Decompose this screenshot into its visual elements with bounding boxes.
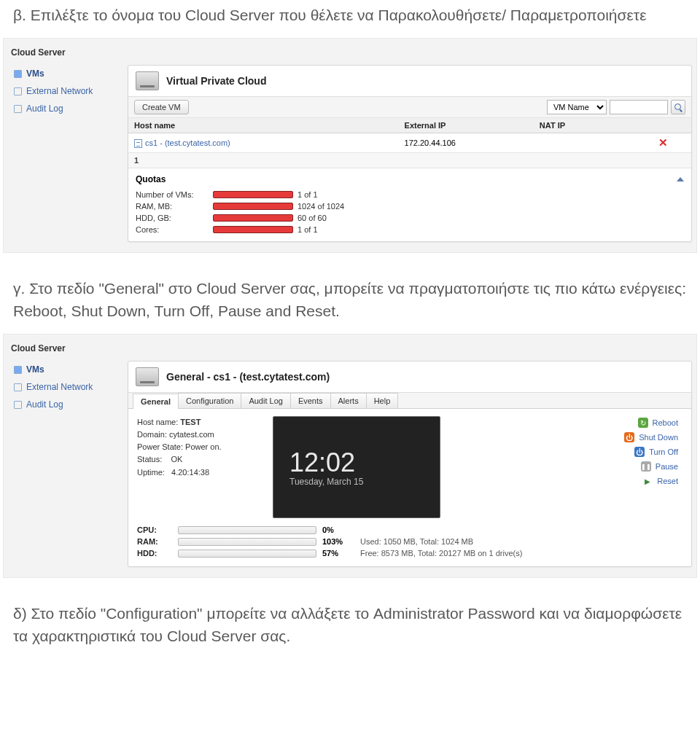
- breadcrumb[interactable]: Cloud Server: [4, 340, 696, 361]
- tab-bar: General Configuration Audit Log Events A…: [128, 392, 691, 409]
- info-status: OK: [171, 455, 182, 464]
- tab-configuration[interactable]: Configuration: [178, 393, 241, 408]
- quota-label: Cores:: [136, 225, 209, 234]
- panel-general: Cloud Server VMs External Network Audit …: [3, 334, 697, 578]
- card-title: General - cs1 - (test.cytatest.com): [166, 371, 330, 383]
- sidebar-item-label: VMs: [26, 69, 44, 79]
- col-hostname[interactable]: Host name: [128, 118, 399, 133]
- table-row: cs1 - (test.cytatest.com) 172.20.44.106 …: [128, 133, 691, 153]
- quota-text: 1 of 1: [298, 225, 318, 234]
- tab-alerts[interactable]: Alerts: [330, 393, 367, 408]
- sidebar-item-vms[interactable]: VMs: [14, 361, 128, 378]
- panel-vpc: Cloud Server VMs External Network Audit …: [3, 38, 697, 253]
- tab-events[interactable]: Events: [290, 393, 331, 408]
- sidebar-item-external-network[interactable]: External Network: [14, 378, 128, 396]
- tab-audit-log[interactable]: Audit Log: [241, 393, 290, 408]
- pause-icon: ❚❚: [641, 461, 651, 472]
- quota-text: 1024 of 1024: [298, 202, 344, 211]
- box-icon: [14, 366, 22, 374]
- sidebar-item-audit-log[interactable]: Audit Log: [14, 396, 128, 413]
- cell-nat-ip: [534, 133, 635, 153]
- stat-hdd-label: HDD:: [137, 549, 172, 558]
- reset-button[interactable]: ▶Reset: [642, 474, 678, 488]
- vm-table: Host name External IP NAT IP cs1 - (test…: [128, 117, 691, 168]
- stat-ram-pct: 103%: [322, 537, 354, 546]
- doc-paragraph-c: γ. Στο πεδίο "General" στο Cloud Server …: [0, 253, 700, 334]
- vm-icon: [134, 139, 142, 148]
- quota-bar: [213, 203, 293, 210]
- thumb-time: 12:02: [289, 448, 355, 477]
- quota-label: RAM, MB:: [136, 202, 209, 211]
- collapse-icon[interactable]: [677, 177, 684, 181]
- shutdown-button[interactable]: ⏻Shut Down: [624, 431, 678, 444]
- quota-text: 1 of 1: [298, 190, 318, 199]
- console-thumbnail[interactable]: 12:02 Tuesday, March 15: [273, 416, 440, 518]
- sidebar-item-audit-log[interactable]: Audit Log: [14, 100, 128, 117]
- sidebar-item-label: VMs: [26, 364, 44, 375]
- filter-select[interactable]: VM Name: [547, 100, 607, 114]
- reboot-icon: ↻: [638, 418, 648, 428]
- stats-block: CPU: 0% RAM: 103% Used: 1050 MB, Total: …: [128, 524, 691, 566]
- quota-bar: [213, 214, 293, 222]
- info-hostname: TEST: [180, 418, 201, 426]
- box-icon: [14, 87, 22, 95]
- box-icon: [14, 70, 22, 78]
- search-icon: [674, 103, 682, 111]
- search-input[interactable]: [610, 100, 668, 114]
- sidebar-item-label: Audit Log: [26, 399, 63, 410]
- tab-general[interactable]: General: [133, 394, 179, 409]
- tab-help[interactable]: Help: [366, 393, 399, 408]
- stat-hdd-bar: [178, 550, 316, 558]
- sidebar-item-vms[interactable]: VMs: [14, 65, 128, 82]
- delete-vm-button[interactable]: ✕: [635, 133, 691, 153]
- create-vm-button[interactable]: Create VM: [134, 100, 189, 114]
- server-icon: [136, 71, 159, 90]
- stat-cpu-label: CPU:: [137, 525, 172, 534]
- vm-hostname-link[interactable]: cs1 - (test.cytatest.com): [145, 138, 230, 147]
- turnoff-button[interactable]: ⏻Turn Off: [634, 445, 678, 458]
- col-nat-ip[interactable]: NAT IP: [534, 118, 635, 133]
- stat-ram-label: RAM:: [137, 537, 172, 546]
- page-number[interactable]: 1: [128, 153, 691, 168]
- sidebar: VMs External Network Audit Log: [4, 65, 128, 117]
- info-domain: cytatest.com: [169, 430, 214, 439]
- cell-external-ip: 172.20.44.106: [399, 133, 534, 153]
- stat-cpu-bar: [178, 526, 316, 534]
- actions-panel: ↻Reboot ⏻Shut Down ⏻Turn Off ❚❚Pause ▶Re…: [452, 416, 682, 488]
- stat-cpu-pct: 0%: [322, 525, 354, 534]
- box-icon: [14, 105, 22, 113]
- sidebar: VMs External Network Audit Log: [4, 361, 128, 413]
- sidebar-item-label: External Network: [26, 86, 93, 96]
- breadcrumb[interactable]: Cloud Server: [4, 44, 696, 65]
- reboot-button[interactable]: ↻Reboot: [638, 416, 678, 429]
- stat-hdd-pct: 57%: [322, 549, 354, 558]
- shutdown-icon: ⏻: [624, 432, 634, 442]
- pause-button[interactable]: ❚❚Pause: [641, 460, 678, 473]
- quotas-body: Number of VMs:1 of 1 RAM, MB:1024 of 102…: [128, 187, 691, 241]
- card-title: Virtual Private Cloud: [166, 75, 266, 87]
- quota-label: Number of VMs:: [136, 190, 209, 199]
- stat-ram-bar: [178, 538, 316, 546]
- stat-ram-detail: Used: 1050 MB, Total: 1024 MB: [360, 537, 473, 546]
- search-button[interactable]: [671, 100, 685, 114]
- sidebar-item-label: External Network: [26, 382, 93, 392]
- doc-paragraph-b: β. Επιλέξτε το όνομα του Cloud Server πο…: [0, 0, 700, 38]
- box-icon: [14, 401, 22, 409]
- quota-bar: [213, 191, 293, 198]
- general-card: General - cs1 - (test.cytatest.com) Gene…: [128, 361, 692, 567]
- server-icon: [136, 367, 159, 386]
- box-icon: [14, 383, 22, 391]
- pager-row: 1: [128, 153, 691, 168]
- doc-paragraph-d: δ) Στο πεδίο "Configuration" μπορείτε να…: [0, 578, 700, 659]
- reset-icon: ▶: [642, 476, 653, 486]
- quotas-title: Quotas: [136, 174, 166, 184]
- thumb-date: Tuesday, March 15: [289, 477, 363, 487]
- col-external-ip[interactable]: External IP: [399, 118, 534, 133]
- info-uptime: 4.20:14:38: [171, 468, 209, 477]
- stat-hdd-detail: Free: 8573 MB, Total: 20127 MB on 1 driv…: [360, 549, 522, 558]
- quota-bar: [213, 226, 293, 233]
- quota-label: HDD, GB:: [136, 214, 209, 222]
- sidebar-item-label: Audit Log: [26, 103, 63, 114]
- turnoff-icon: ⏻: [634, 447, 645, 457]
- sidebar-item-external-network[interactable]: External Network: [14, 82, 128, 100]
